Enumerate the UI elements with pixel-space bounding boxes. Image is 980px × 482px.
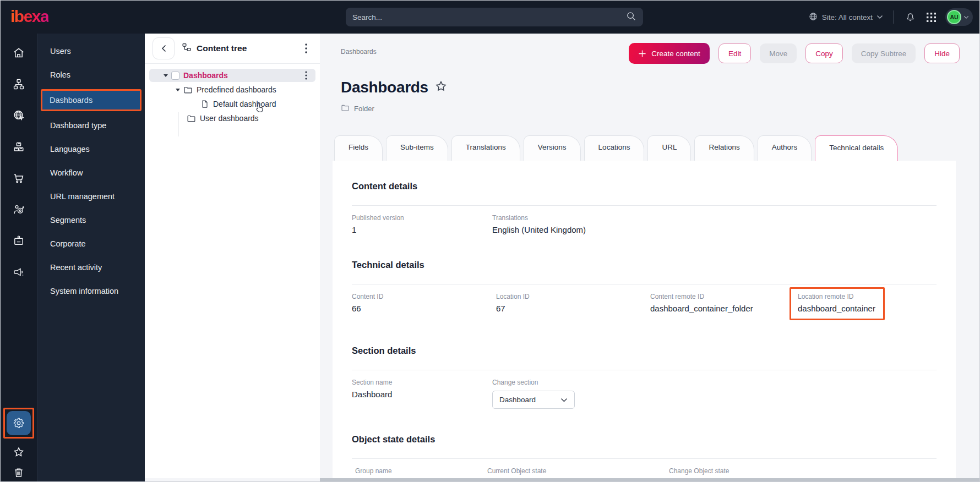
section-title-object-state: Object state details — [352, 434, 937, 445]
create-content-button[interactable]: Create content — [629, 43, 710, 64]
chevron-left-icon — [161, 45, 166, 52]
section-divider — [352, 458, 937, 459]
sidebar-item-segments[interactable]: Segments — [43, 211, 139, 229]
tab-authors[interactable]: Authors — [758, 135, 812, 161]
sidebar-item-corporate[interactable]: Corporate — [43, 234, 139, 253]
tree-options-kebab-icon[interactable] — [300, 42, 312, 54]
tab-technical-details[interactable]: Technical details — [815, 135, 898, 161]
node-options-kebab-icon[interactable] — [300, 69, 312, 81]
tab-bar: Fields Sub-items Translations Versions L… — [333, 135, 956, 161]
ibexa-logo[interactable]: ibexa — [10, 7, 48, 26]
copy-button[interactable]: Copy — [805, 43, 843, 63]
sidebar-item-roles[interactable]: Roles — [43, 65, 139, 84]
caret-down-icon[interactable] — [176, 89, 180, 91]
content-type-label: Folder — [354, 105, 374, 113]
sidebar-item-recent-activity[interactable]: Recent activity — [43, 258, 139, 277]
object-state-header-change: Change Object state — [669, 467, 937, 475]
ibexa-admin-window: ibexa Site: All context AU — [0, 0, 980, 482]
topbar-right-cluster: Site: All context AU — [808, 1, 973, 34]
field-change-section: Change section Dashboard — [492, 379, 937, 409]
tab-url[interactable]: URL — [647, 135, 691, 161]
admin-sidebar: Users Roles Dashboards Dashboard type La… — [37, 34, 145, 481]
chevron-down-icon — [876, 15, 883, 19]
tree-node-checkbox[interactable] — [171, 72, 179, 80]
global-search[interactable] — [346, 8, 643, 26]
site-icon[interactable] — [12, 109, 25, 122]
change-section-dropdown[interactable]: Dashboard — [492, 391, 575, 409]
topbar: ibexa Site: All context AU — [1, 1, 979, 34]
page-title: Dashboards — [341, 79, 428, 96]
trash-icon[interactable] — [12, 466, 25, 479]
tree-node-user-dashboards[interactable]: User dashboards — [149, 112, 315, 125]
personalization-icon[interactable] — [12, 203, 25, 216]
section-title-section-details: Section details — [352, 346, 937, 356]
site-context-selector[interactable]: Site: All context — [808, 12, 883, 23]
sidebar-item-users[interactable]: Users — [43, 42, 139, 61]
app-grid-icon[interactable] — [924, 10, 938, 24]
hide-button[interactable]: Hide — [924, 43, 960, 63]
sidebar-item-url-management[interactable]: URL management — [43, 187, 139, 206]
field-location-id: Location ID 67 — [496, 293, 650, 313]
marketing-megaphone-icon[interactable] — [12, 266, 25, 279]
tree-indent-line — [178, 112, 178, 136]
field-location-remote-id: Location remote ID dashboard_container — [798, 293, 937, 320]
content-tree-title: Content tree — [197, 43, 247, 53]
avatar: AU — [947, 10, 961, 24]
content-structure-icon[interactable] — [12, 78, 25, 91]
search-icon[interactable] — [625, 10, 636, 24]
horizontal-scrollbar[interactable] — [320, 478, 979, 481]
home-icon[interactable] — [12, 46, 25, 59]
tab-versions[interactable]: Versions — [524, 135, 581, 161]
tree-node-dashboards[interactable]: Dashboards — [149, 69, 315, 82]
notifications-bell-icon[interactable] — [903, 10, 917, 24]
file-icon — [200, 100, 209, 108]
folder-icon — [187, 114, 196, 123]
collapse-tree-button[interactable] — [153, 37, 175, 59]
globe-icon — [808, 12, 818, 23]
search-input[interactable] — [352, 13, 625, 21]
content-tree-header: Content tree — [145, 34, 320, 64]
gear-icon — [12, 417, 25, 430]
action-buttons: Create content Edit Move Copy Copy Subtr… — [629, 43, 960, 64]
technical-details-card: Content details Published version 1 Tran… — [333, 161, 956, 482]
bookmarks-star-icon[interactable] — [12, 446, 25, 459]
product-catalog-icon[interactable] — [12, 140, 25, 154]
sidebar-item-system-information[interactable]: System information — [43, 282, 139, 300]
tab-relations[interactable]: Relations — [694, 135, 754, 161]
object-state-header-current: Current Object state — [487, 467, 669, 475]
icon-rail — [1, 34, 37, 481]
main-content: Dashboards Create content Edit Move Copy… — [320, 34, 979, 481]
tree-node-default-dashboard[interactable]: Default dashboard — [149, 97, 315, 111]
topbar-divider — [893, 10, 894, 24]
chevron-down-icon — [963, 15, 969, 19]
chevron-down-icon — [560, 398, 568, 402]
admin-settings-tile[interactable] — [7, 411, 31, 435]
plus-icon — [638, 50, 646, 58]
location-remote-id-annotation: Location remote ID dashboard_container — [790, 287, 885, 320]
commerce-cart-icon[interactable] — [12, 172, 25, 185]
sidebar-item-workflow[interactable]: Workflow — [43, 163, 139, 182]
user-menu[interactable]: AU — [945, 8, 973, 26]
sidebar-item-dashboard-type[interactable]: Dashboard type — [43, 116, 139, 135]
tab-fields[interactable]: Fields — [334, 135, 383, 161]
section-divider — [352, 370, 937, 370]
content-tree-panel: Content tree Dashboards Prede — [145, 34, 320, 478]
section-divider — [352, 284, 937, 284]
tab-locations[interactable]: Locations — [584, 135, 645, 161]
caret-down-icon[interactable] — [164, 74, 168, 77]
tree-node-predefined-dashboards[interactable]: Predefined dashboards — [149, 83, 315, 96]
bookmark-star-icon[interactable] — [434, 80, 448, 95]
edit-button[interactable]: Edit — [718, 43, 751, 63]
sidebar-item-dashboards[interactable]: Dashboards — [41, 89, 141, 111]
corporate-icon[interactable] — [12, 234, 25, 248]
admin-highlight-annotation — [3, 408, 34, 439]
mouse-cursor — [254, 102, 265, 117]
copy-subtree-button[interactable]: Copy Subtree — [852, 43, 916, 63]
sidebar-item-languages[interactable]: Languages — [43, 140, 139, 158]
tab-sub-items[interactable]: Sub-items — [386, 135, 448, 161]
section-title-content-details: Content details — [352, 181, 937, 191]
breadcrumb[interactable]: Dashboards — [341, 48, 377, 56]
field-translations: Translations English (United Kingdom) — [492, 214, 937, 234]
tab-translations[interactable]: Translations — [451, 135, 520, 161]
move-button[interactable]: Move — [760, 43, 797, 63]
